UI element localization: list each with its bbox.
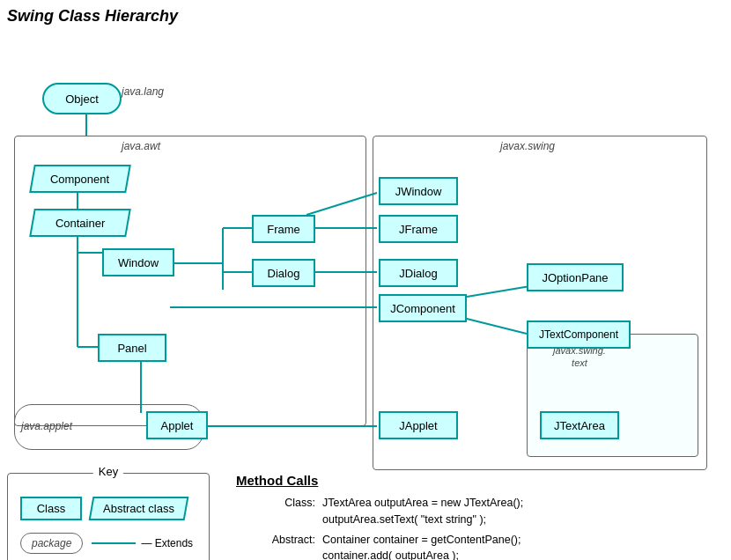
- jtextcomponent-node: JTextComponent: [527, 321, 631, 349]
- object-node: Object: [42, 83, 122, 114]
- method-label-class: Class:: [236, 495, 315, 528]
- frame-node: Frame: [252, 215, 315, 243]
- window-node: Window: [102, 248, 174, 276]
- javax-swing-label: javax.swing: [500, 140, 555, 152]
- key-legend-row: package — Extends: [20, 533, 196, 554]
- dialog-node: Dialog: [252, 259, 315, 287]
- diagram-area: java.lang Object java.awt javax.swing ja…: [7, 34, 720, 466]
- page-title: Swing Class Hierarchy: [7, 7, 724, 26]
- joptionpane-node: JOptionPane: [527, 263, 624, 291]
- method-code-class: JTextArea outputArea = new JTextArea(); …: [322, 495, 724, 528]
- bottom-section: Key Class Abstract class package — Exten…: [7, 473, 724, 560]
- panel-node: Panel: [98, 334, 166, 362]
- method-row-class: Class: JTextArea outputArea = new JTextA…: [236, 495, 724, 528]
- key-class-node: Class: [20, 497, 82, 520]
- japplet-node: JApplet: [379, 411, 458, 439]
- java-awt-label: java.awt: [122, 140, 160, 152]
- jframe-node: JFrame: [379, 215, 458, 243]
- key-abstract-node: Abstract class: [89, 497, 189, 520]
- jwindow-node: JWindow: [379, 177, 458, 205]
- java-applet-label: java.applet: [21, 420, 72, 432]
- method-row-abstract: Abstract: Container container = getConte…: [236, 532, 724, 561]
- component-node: Component: [29, 165, 131, 193]
- method-calls-title: Method Calls: [236, 473, 724, 488]
- jcomponent-node: JComponent: [379, 294, 467, 322]
- method-label-abstract: Abstract:: [236, 532, 315, 561]
- jtextarea-node: JTextArea: [540, 411, 619, 439]
- method-code-abstract: Container container = getContentPane(); …: [322, 532, 724, 561]
- key-box: Key Class Abstract class package — Exten…: [7, 473, 210, 560]
- key-extends-legend: — Extends: [92, 537, 193, 549]
- jdialog-node: JDialog: [379, 259, 458, 287]
- java-lang-label: java.lang: [122, 85, 164, 98]
- method-calls-section: Method Calls Class: JTextArea outputArea…: [227, 473, 724, 560]
- key-extends-line-bar: [92, 542, 136, 544]
- key-title: Key: [93, 465, 123, 478]
- key-package-node: package: [20, 533, 83, 554]
- key-class-row: Class Abstract class: [20, 497, 196, 520]
- container-node: Container: [29, 209, 131, 237]
- applet-node: Applet: [146, 411, 208, 439]
